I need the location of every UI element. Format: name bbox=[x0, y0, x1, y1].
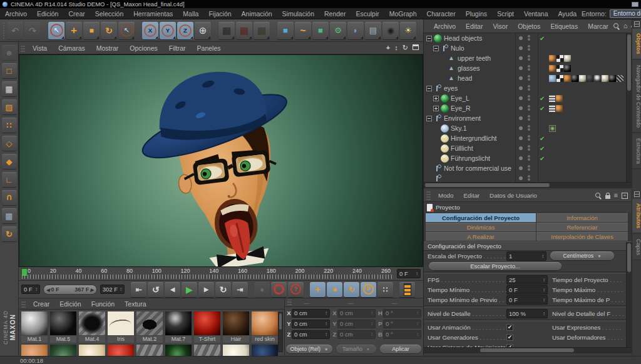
attribute-hscrollbar[interactable] bbox=[424, 347, 632, 353]
expander-icon[interactable] bbox=[433, 126, 439, 131]
menu-item[interactable]: Plugins bbox=[461, 10, 492, 18]
material-item[interactable] bbox=[79, 345, 105, 356]
visibility-dot[interactable] bbox=[519, 66, 523, 70]
convert-sculpt-button[interactable] bbox=[2, 45, 17, 60]
spinner-icon[interactable] bbox=[414, 331, 419, 337]
rotation-field[interactable]: B 0 ° bbox=[377, 330, 421, 339]
timeline-end-field[interactable]: 0 F bbox=[397, 269, 421, 278]
visibility-dot[interactable] bbox=[519, 116, 523, 120]
range-right-arrow-icon[interactable] bbox=[89, 286, 93, 293]
viewport-menu-item[interactable]: Filtrar bbox=[163, 44, 192, 52]
window-control-button[interactable] bbox=[632, 2, 638, 7]
material-item[interactable]: Hair bbox=[223, 311, 249, 343]
render-view-button[interactable] bbox=[218, 22, 235, 39]
material-item[interactable] bbox=[252, 345, 278, 356]
object-manager-menu-item[interactable]: Marcar bbox=[583, 23, 613, 30]
loop-button[interactable] bbox=[215, 282, 231, 297]
goto-start-button[interactable] bbox=[131, 282, 146, 297]
object-tree-row[interactable]: Not for commercial use bbox=[424, 163, 632, 173]
enabled-check-icon[interactable] bbox=[540, 105, 545, 112]
visibility-dot[interactable] bbox=[519, 56, 523, 60]
attribute-menu-item[interactable]: Editar bbox=[459, 192, 485, 199]
texture-tag[interactable] bbox=[549, 65, 556, 72]
vertical-tab[interactable]: Estructura bbox=[632, 134, 641, 169]
coordinate-mode-dropdown[interactable]: Objeto (Rel) bbox=[286, 345, 332, 353]
workplane-lock-button[interactable] bbox=[2, 208, 17, 223]
filter-icon[interactable] bbox=[614, 192, 618, 199]
add-deformer-button[interactable] bbox=[347, 22, 364, 39]
object-manager-menu-item[interactable]: Archivo bbox=[429, 23, 461, 30]
object-tree-hscrollbar[interactable] bbox=[424, 182, 632, 188]
material-item[interactable]: Mat.4 bbox=[79, 311, 105, 343]
material-item[interactable]: Mat.5 bbox=[50, 311, 76, 343]
size-field[interactable]: X 0 cm bbox=[332, 308, 376, 318]
lock-z-button[interactable] bbox=[177, 22, 193, 39]
visibility-toggles[interactable] bbox=[528, 145, 530, 151]
visibility-toggles[interactable] bbox=[528, 125, 530, 131]
checkbox[interactable] bbox=[506, 324, 513, 331]
material-item[interactable] bbox=[136, 345, 163, 356]
attribute-tab[interactable]: Referenciar bbox=[536, 223, 628, 231]
viewport-rotate-icon[interactable] bbox=[403, 44, 408, 51]
spinner-icon[interactable] bbox=[369, 321, 373, 326]
object-manager-menu-item[interactable]: Etiquetas bbox=[545, 23, 583, 30]
menu-item[interactable]: Herramientas bbox=[128, 10, 178, 18]
spinner-icon[interactable] bbox=[369, 310, 373, 316]
workplane-button[interactable] bbox=[2, 226, 17, 241]
menu-item[interactable]: Fijación bbox=[203, 10, 236, 18]
autokey-button[interactable] bbox=[271, 282, 287, 297]
apply-button[interactable]: Aplicar bbox=[380, 345, 421, 353]
object-tree-row[interactable]: Sky.1 bbox=[424, 123, 632, 133]
next-frame-button[interactable] bbox=[198, 282, 214, 297]
object-tree-row[interactable]: Hintergrundlicht bbox=[424, 133, 632, 143]
texture-tag[interactable] bbox=[602, 75, 608, 82]
spinner-icon[interactable] bbox=[541, 297, 545, 303]
visibility-toggles[interactable] bbox=[528, 95, 530, 101]
menu-item[interactable]: MoGraph bbox=[384, 10, 422, 18]
menu-item[interactable]: Esculpir bbox=[351, 10, 384, 18]
points-mode-button[interactable] bbox=[2, 118, 17, 133]
attribute-tab[interactable]: A Realizar bbox=[426, 232, 536, 241]
add-panel-icon[interactable] bbox=[622, 193, 628, 199]
attribute-tab[interactable]: Información bbox=[536, 213, 628, 222]
polygons-mode-button[interactable] bbox=[2, 154, 17, 169]
attribute-tab[interactable]: Dinámicas bbox=[426, 223, 536, 231]
viewport-pan-icon[interactable] bbox=[386, 44, 390, 51]
environment-dropdown[interactable]: Entorno de Arranque bbox=[610, 9, 641, 18]
menu-item[interactable]: Archivo bbox=[0, 10, 32, 18]
visibility-dot[interactable] bbox=[519, 146, 523, 150]
live-selection-button[interactable] bbox=[48, 22, 64, 39]
spinner-icon[interactable] bbox=[541, 277, 545, 283]
attribute-menu-item[interactable]: Datos de Usuario bbox=[485, 192, 542, 199]
enabled-check-icon[interactable] bbox=[540, 145, 545, 152]
material-item[interactable] bbox=[108, 345, 134, 356]
object-tree-row[interactable]: Head objects bbox=[424, 33, 632, 43]
expander-icon[interactable] bbox=[440, 56, 446, 61]
material-menu-item[interactable]: Edición bbox=[54, 300, 86, 308]
parameter-field[interactable]: 0 F bbox=[506, 285, 548, 295]
rotate-tool-button[interactable] bbox=[101, 22, 117, 39]
texture-tag[interactable] bbox=[564, 55, 571, 62]
add-light-button[interactable] bbox=[400, 22, 416, 39]
material-scrollbar[interactable] bbox=[278, 312, 283, 352]
scale-project-button[interactable]: Escalar Proyecto... bbox=[429, 262, 562, 270]
size-mode-dropdown[interactable]: Tamaño bbox=[336, 345, 376, 353]
attribute-tab[interactable]: Interpolación de Claves bbox=[536, 232, 628, 241]
visibility-toggles[interactable] bbox=[528, 115, 530, 121]
visibility-toggles[interactable] bbox=[528, 55, 530, 61]
texture-tag[interactable] bbox=[549, 75, 556, 82]
texture-tag[interactable] bbox=[556, 65, 563, 72]
checkbox[interactable] bbox=[506, 334, 513, 341]
redo-button[interactable] bbox=[24, 22, 41, 39]
last-tool-button[interactable] bbox=[118, 22, 135, 39]
material-menu-item[interactable]: Función bbox=[86, 300, 120, 308]
undo-button[interactable] bbox=[7, 22, 23, 39]
material-item[interactable] bbox=[50, 345, 76, 356]
panel-grip[interactable] bbox=[426, 191, 431, 200]
material-item[interactable]: Iris bbox=[108, 311, 134, 343]
expander-icon[interactable] bbox=[433, 96, 439, 101]
expander-icon[interactable] bbox=[433, 106, 439, 111]
search-icon[interactable] bbox=[613, 23, 620, 29]
texture-tag[interactable] bbox=[594, 75, 601, 82]
lock-y-button[interactable] bbox=[160, 22, 176, 39]
